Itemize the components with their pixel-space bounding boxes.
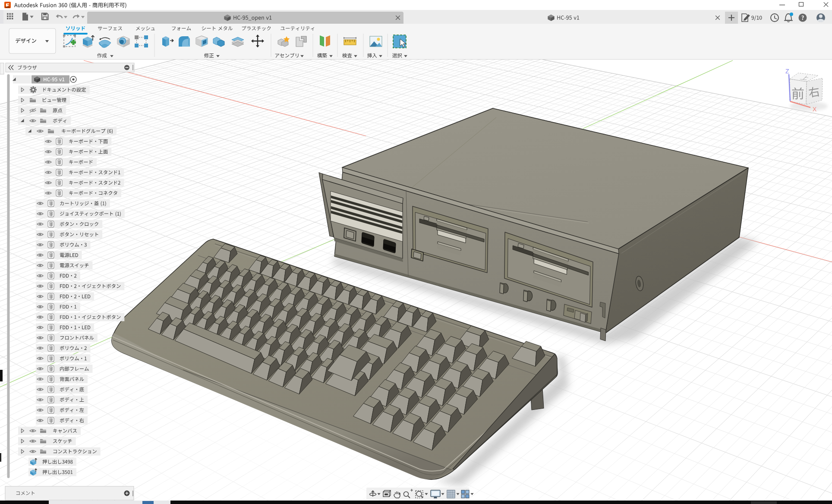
svg-text:X: X [813, 106, 817, 113]
svg-text:Z: Z [785, 68, 789, 75]
